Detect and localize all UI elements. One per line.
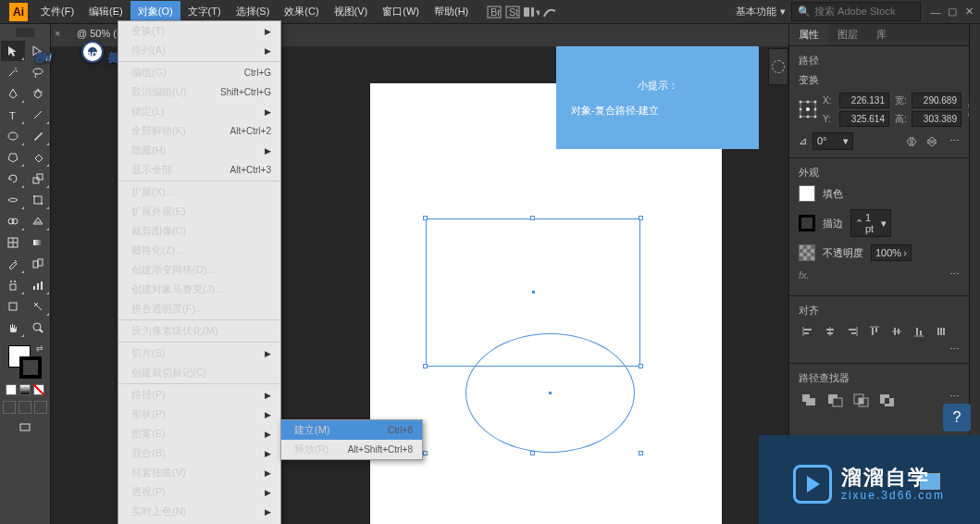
- flip-horizontal-icon[interactable]: [903, 133, 920, 150]
- line-tool[interactable]: [26, 105, 50, 125]
- pathfinder-minus-icon[interactable]: [825, 391, 845, 409]
- handle-e[interactable]: [639, 364, 643, 368]
- close-button[interactable]: ✕: [961, 6, 976, 19]
- menu-item[interactable]: 创建裁切标记(C): [118, 363, 280, 382]
- width-tool[interactable]: [1, 190, 25, 210]
- menu-help[interactable]: 帮助(H): [427, 1, 476, 22]
- pen-tool[interactable]: [1, 83, 25, 104]
- opacity-input[interactable]: 100% ›: [871, 244, 912, 261]
- menu-item[interactable]: 隐藏(H)▶: [118, 141, 280, 160]
- screen-mode[interactable]: [13, 418, 37, 438]
- menu-item[interactable]: 编组(G)Ctrl+G: [118, 63, 280, 82]
- workspace-switcher[interactable]: 基本功能▾: [730, 5, 791, 19]
- free-transform-tool[interactable]: [26, 190, 50, 210]
- blend-tool[interactable]: [26, 254, 50, 274]
- align-top-icon[interactable]: [865, 323, 884, 340]
- curvature-tool[interactable]: [26, 83, 50, 104]
- more-options-icon[interactable]: ⋯: [949, 343, 960, 356]
- handle-s[interactable]: [530, 451, 535, 455]
- minimize-button[interactable]: —: [928, 6, 943, 19]
- menu-object[interactable]: 对象(O): [130, 1, 180, 22]
- bridge-icon[interactable]: Br: [485, 3, 503, 21]
- opacity-swatch[interactable]: [799, 244, 815, 261]
- tab-libraries[interactable]: 库: [867, 24, 896, 45]
- pathfinder-exclude-icon[interactable]: [876, 391, 897, 409]
- menu-view[interactable]: 视图(V): [327, 1, 376, 22]
- align-left-icon[interactable]: [799, 323, 817, 340]
- color-mode-none[interactable]: [33, 384, 44, 395]
- menu-item[interactable]: 形状(P)▶: [118, 405, 280, 424]
- menu-window[interactable]: 窗口(W): [375, 1, 427, 22]
- scale-tool[interactable]: [26, 168, 50, 189]
- artboard-tool[interactable]: [1, 296, 25, 317]
- menu-edit[interactable]: 编辑(E): [81, 1, 130, 22]
- handle-sw[interactable]: [423, 451, 428, 455]
- align-vcenter-icon[interactable]: [887, 323, 906, 340]
- menu-effect[interactable]: 效果(C): [277, 1, 326, 22]
- menu-item[interactable]: 混合(B)▶: [118, 443, 280, 463]
- swap-fill-stroke-icon[interactable]: ⇄: [36, 343, 43, 353]
- menu-item[interactable]: 变换(T)▶: [118, 21, 280, 41]
- stroke-swatch[interactable]: [19, 356, 42, 379]
- collapsed-panel[interactable]: [768, 48, 788, 85]
- menu-item[interactable]: 切片(S)▶: [118, 343, 280, 363]
- gpu-icon[interactable]: [540, 3, 559, 21]
- draw-normal[interactable]: [3, 401, 16, 414]
- zoom-tool[interactable]: [26, 318, 50, 338]
- align-hcenter-icon[interactable]: [821, 323, 839, 340]
- menu-item[interactable]: 排列(A)▶: [118, 41, 280, 60]
- menu-item[interactable]: 透视(P)▶: [118, 482, 280, 502]
- tab-layers[interactable]: 图层: [828, 24, 867, 45]
- menu-select[interactable]: 选择(S): [229, 1, 278, 22]
- x-input[interactable]: 226.131: [839, 93, 889, 108]
- y-input[interactable]: 325.614: [839, 111, 889, 127]
- draw-behind[interactable]: [19, 401, 31, 414]
- submenu-item[interactable]: 建立(M)Ctrl+8: [281, 420, 422, 440]
- slice-tool[interactable]: [26, 296, 50, 317]
- hand-tool[interactable]: [1, 318, 25, 338]
- menu-item[interactable]: 图案(E)▶: [118, 424, 280, 443]
- color-mode-gradient[interactable]: [19, 384, 31, 395]
- align-right-icon[interactable]: [843, 323, 862, 340]
- menu-item[interactable]: 取消编组(U)Shift+Ctrl+G: [118, 82, 280, 102]
- more-options-icon[interactable]: ⋯: [949, 135, 960, 147]
- gradient-tool[interactable]: [26, 232, 50, 253]
- menu-item[interactable]: 栅格化(Z)...: [118, 241, 280, 260]
- draw-inside[interactable]: [34, 401, 47, 414]
- shape-builder-tool[interactable]: [1, 211, 25, 231]
- symbol-sprayer-tool[interactable]: [1, 275, 25, 295]
- fx-button[interactable]: fx.: [799, 269, 810, 281]
- more-options-icon[interactable]: ⋯: [949, 268, 960, 281]
- maximize-button[interactable]: ▢: [945, 6, 960, 19]
- menu-item[interactable]: 路径(P)▶: [118, 385, 280, 405]
- menu-file[interactable]: 文件(F): [33, 1, 81, 22]
- menu-item[interactable]: 锁定(L)▶: [118, 102, 280, 121]
- distribute-icon[interactable]: [932, 323, 950, 340]
- rectangle-tool[interactable]: [1, 126, 25, 146]
- angle-input[interactable]: 0° ▾: [813, 132, 853, 150]
- menu-item[interactable]: 实时上色(N)▶: [118, 502, 280, 521]
- search-input[interactable]: 🔍搜索 Adobe Stock: [791, 2, 921, 21]
- shaper-tool[interactable]: [1, 147, 25, 168]
- flip-vertical-icon[interactable]: [924, 133, 940, 150]
- color-mode-solid[interactable]: [6, 384, 17, 395]
- mesh-tool[interactable]: [1, 232, 25, 253]
- handle-se[interactable]: [639, 451, 643, 455]
- handle-w[interactable]: [423, 364, 428, 368]
- type-tool[interactable]: T: [1, 105, 25, 125]
- fill-color-swatch[interactable]: [799, 185, 815, 202]
- arrange-docs-icon[interactable]: ▾: [522, 3, 540, 21]
- menu-type[interactable]: 文字(T): [180, 1, 229, 22]
- magic-wand-tool[interactable]: [1, 62, 25, 82]
- selection-tool[interactable]: [1, 41, 25, 61]
- paintbrush-tool[interactable]: [26, 126, 50, 146]
- menu-item[interactable]: 创建渐变网格(D)...: [118, 260, 280, 280]
- stock-icon[interactable]: St: [503, 3, 522, 21]
- stroke-color-swatch[interactable]: [799, 215, 815, 231]
- handle-n[interactable]: [530, 216, 535, 220]
- menu-item[interactable]: 扩展(X)...: [118, 182, 280, 202]
- pathfinder-intersect-icon[interactable]: [850, 391, 871, 409]
- handle-nw[interactable]: [423, 216, 428, 220]
- tab-properties[interactable]: 属性: [789, 24, 828, 45]
- menu-item[interactable]: 封套扭曲(V)▶: [118, 463, 280, 482]
